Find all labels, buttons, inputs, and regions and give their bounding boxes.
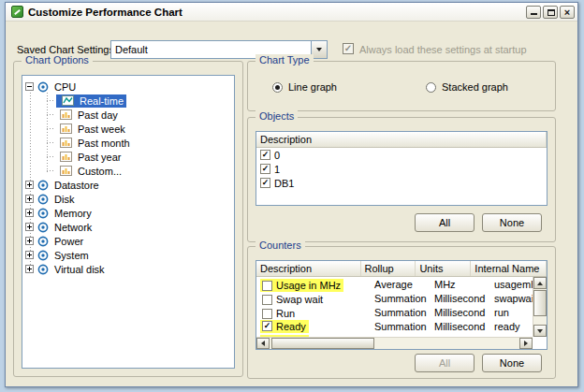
tree-item-label: Power: [51, 235, 86, 248]
tree-item-network[interactable]: Network: [22, 220, 234, 234]
tree-item-system[interactable]: System: [22, 248, 234, 262]
object-row[interactable]: ✓ 0: [256, 148, 547, 162]
tree-item-disk[interactable]: Disk: [22, 192, 234, 206]
counter-description: Run: [276, 308, 295, 319]
minimize-button[interactable]: [526, 6, 541, 19]
category-icon: [37, 264, 49, 275]
tree-item-label: Disk: [51, 193, 77, 206]
object-row[interactable]: ✓ 1: [256, 162, 547, 176]
chevron-down-icon: [316, 48, 322, 51]
object-checkbox[interactable]: ✓: [260, 178, 270, 188]
scroll-down-icon[interactable]: [533, 325, 547, 337]
object-checkbox[interactable]: ✓: [260, 164, 270, 174]
category-icon: [37, 250, 49, 261]
scroll-up-icon[interactable]: [533, 277, 547, 289]
bar-chart-icon: [60, 138, 72, 148]
object-label: 1: [274, 164, 280, 175]
collapse-icon[interactable]: [25, 82, 34, 91]
counters-all-button[interactable]: All: [415, 354, 474, 372]
tree-item-label: Datastore: [51, 179, 102, 192]
expand-icon[interactable]: [25, 265, 34, 273]
category-icon: [37, 180, 49, 191]
startup-checkbox-label: Always load these settings at startup: [359, 44, 527, 55]
tree-item-past-month[interactable]: Past month: [22, 136, 234, 150]
column-header-internal-name[interactable]: Internal Name: [471, 261, 547, 276]
line-chart-icon: [62, 95, 74, 106]
vertical-scroll-thumb[interactable]: [533, 290, 547, 316]
chart-options-tree: CPU Real-time: [22, 75, 235, 369]
radio-stacked-graph-label: Stacked graph: [442, 81, 508, 93]
close-icon: ×: [561, 7, 574, 18]
tree-item-label: Past day: [75, 109, 121, 122]
expand-icon[interactable]: [25, 223, 34, 231]
chart-type-group-title: Chart Type: [256, 54, 314, 65]
column-header-description[interactable]: Description: [256, 132, 547, 147]
scroll-left-icon[interactable]: [256, 338, 270, 349]
startup-checkbox[interactable]: ✓: [343, 43, 354, 54]
objects-group-title: Objects: [256, 110, 298, 122]
object-label: DB1: [274, 178, 294, 189]
expand-icon[interactable]: [25, 251, 34, 259]
vsphere-app-icon: [11, 6, 23, 18]
tree-item-real-time[interactable]: Real-time: [22, 94, 234, 108]
tree-item-past-year[interactable]: Past year: [22, 150, 234, 164]
tree-item-virtual-disk[interactable]: Virtual disk: [22, 262, 234, 276]
counter-rollup: Average: [371, 279, 431, 290]
scroll-track[interactable]: [374, 338, 519, 349]
counter-checkbox[interactable]: ✓: [262, 321, 272, 331]
maximize-button[interactable]: [543, 6, 558, 19]
counters-none-button[interactable]: None: [482, 354, 542, 372]
counter-row-ready[interactable]: ✓Ready Summation Millisecond ready: [256, 319, 547, 333]
counter-units: MHz: [431, 279, 490, 290]
object-checkbox[interactable]: ✓: [260, 150, 270, 160]
radio-unselected-icon: [426, 82, 436, 93]
scroll-right-icon[interactable]: [519, 338, 533, 349]
object-row[interactable]: ✓ DB1: [256, 176, 547, 190]
chart-options-group: Chart Options CPU: [13, 61, 243, 377]
counter-row-swap-wait[interactable]: Swap wait Summation Millisecond swapwait: [256, 291, 547, 305]
expand-icon[interactable]: [25, 237, 34, 245]
counter-units: Millisecond: [431, 293, 490, 304]
dialog-body: Saved Chart Settings: Default ✓ Always l…: [6, 22, 577, 386]
title-bar[interactable]: Customize Performance Chart ×: [6, 3, 577, 22]
tree-item-datastore[interactable]: Datastore: [22, 178, 234, 192]
counter-units: Millisecond: [431, 307, 490, 318]
column-header-units[interactable]: Units: [416, 261, 471, 276]
objects-all-button[interactable]: All: [415, 213, 474, 232]
tree-item-past-day[interactable]: Past day: [22, 108, 234, 122]
counter-rollup: Summation: [371, 307, 431, 318]
radio-line-graph-label: Line graph: [288, 81, 337, 93]
counter-checkbox[interactable]: [262, 309, 272, 319]
counter-row-usage-in-mhz[interactable]: Usage in MHz Average MHz usagemhz: [256, 277, 547, 291]
radio-stacked-graph[interactable]: Stacked graph: [426, 81, 508, 93]
tree-item-cpu[interactable]: CPU: [22, 80, 234, 94]
bar-chart-icon: [60, 123, 72, 134]
tree-item-memory[interactable]: Memory: [22, 206, 234, 220]
close-button[interactable]: ×: [560, 6, 575, 19]
tree-item-power[interactable]: Power: [22, 234, 234, 248]
expand-icon[interactable]: [25, 195, 34, 203]
counter-rollup: Summation: [371, 293, 431, 304]
objects-none-button[interactable]: None: [482, 213, 542, 232]
horizontal-scrollbar[interactable]: [256, 337, 533, 349]
tree-item-past-week[interactable]: Past week: [22, 122, 234, 136]
bar-chart-icon: [60, 109, 72, 120]
column-header-rollup[interactable]: Rollup: [361, 261, 416, 276]
tree-item-custom[interactable]: Custom...: [22, 164, 234, 178]
vertical-scrollbar[interactable]: [533, 277, 547, 337]
expand-icon[interactable]: [25, 181, 34, 189]
horizontal-scroll-thumb[interactable]: [271, 338, 374, 349]
category-icon: [37, 194, 49, 205]
bar-chart-icon: [60, 152, 72, 162]
column-header-description[interactable]: Description: [256, 261, 361, 276]
counters-group: Counters Description Rollup Units Intern…: [247, 246, 556, 379]
objects-table: Description ✓ 0 ✓ 1 ✓ DB1: [256, 131, 548, 206]
object-label: 0: [274, 150, 280, 161]
category-icon: [37, 208, 49, 219]
expand-icon[interactable]: [25, 209, 34, 217]
bar-chart-icon: [60, 166, 72, 176]
radio-line-graph[interactable]: Line graph: [272, 81, 337, 93]
counter-row-run[interactable]: Run Summation Millisecond run: [256, 305, 547, 319]
counter-rollup: Summation: [371, 321, 431, 332]
maximize-icon: [548, 9, 555, 16]
